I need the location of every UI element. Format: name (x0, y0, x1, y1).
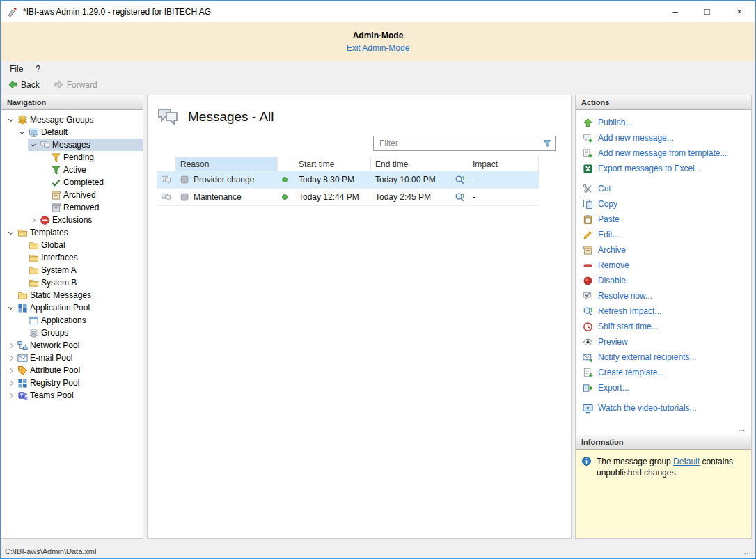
tree-item-message-groups[interactable]: Message Groups (1, 113, 143, 126)
archive-icon (51, 190, 61, 200)
table-header-row: Reason Start time End time Impact (157, 157, 539, 171)
action-label: Remove (598, 260, 629, 270)
action-label: Preview (598, 337, 628, 347)
column-header-start-time[interactable]: Start time (294, 157, 371, 171)
action-notify-external-recipients[interactable]: Notify external recipients... (583, 349, 748, 365)
column-header-impact[interactable]: Impact (468, 157, 539, 171)
action-disable[interactable]: Disable (583, 273, 748, 288)
eye-icon (583, 337, 593, 347)
tree-item-interfaces[interactable]: Interfaces (1, 251, 143, 264)
messages-table: Reason Start time End time Impact Provid… (157, 157, 539, 206)
tree-item-registry-pool[interactable]: Registry Pool (1, 377, 143, 389)
action-watch-the-video-tutorials[interactable]: Watch the video-tutorials... (583, 400, 748, 416)
information-text: The message group Default contains unpub… (597, 456, 746, 478)
message-row-provider-change[interactable]: Provider changeToday 8:30 PMToday 10:00 … (157, 171, 539, 189)
main-area: Navigation Message GroupsDefaultMessages… (1, 93, 755, 544)
tree-item-content: E-mail Pool (6, 352, 143, 364)
tree-item-label: System B (41, 278, 77, 288)
exit-admin-mode-link[interactable]: Exit Admin-Mode (347, 43, 410, 53)
message-row-maintenance[interactable]: MaintenanceToday 12:44 PMToday 2:45 PM- (157, 189, 539, 206)
tree-item-e-mail-pool[interactable]: E-mail Pool (1, 352, 143, 364)
column-header-end-time[interactable]: End time (371, 157, 450, 171)
expander-down-icon[interactable] (6, 119, 15, 121)
status-dot (282, 177, 288, 182)
action-archive[interactable]: Archive (583, 242, 748, 258)
tree-item-content: Message Groups (6, 113, 143, 126)
action-export[interactable]: Export... (583, 380, 748, 395)
action-refresh-impact[interactable]: Refresh Impact... (583, 304, 748, 319)
column-header-reason[interactable]: Reason (176, 157, 278, 171)
tree-item-label: Removed (63, 203, 99, 212)
action-shift-start-time[interactable]: Shift start time... (583, 319, 748, 334)
action-resolve-now[interactable]: Resolve now... (583, 288, 748, 304)
expander-down-icon[interactable] (6, 232, 15, 234)
expander-right-icon[interactable] (6, 381, 15, 385)
tree-item-label: E-mail Pool (30, 353, 72, 363)
tree-item-attribute-pool[interactable]: Attribute Pool (1, 364, 143, 377)
default-group-link[interactable]: Default (673, 457, 700, 466)
tree-item-system-b[interactable]: System B (1, 276, 143, 289)
expander-down-icon[interactable] (29, 144, 38, 146)
action-cut[interactable]: Cut (583, 181, 748, 196)
action-publish[interactable]: Publish... (583, 115, 748, 130)
back-button[interactable]: Back (3, 78, 44, 91)
tree-item-active[interactable]: Active (1, 164, 143, 176)
tree-item-label: Completed (63, 178, 104, 187)
tree-item-exclusions[interactable]: Exclusions (1, 214, 143, 226)
tree-item-label: Registry Pool (30, 378, 79, 388)
tree-item-pending[interactable]: Pending (1, 151, 143, 164)
reason-text: Maintenance (194, 192, 242, 202)
information-body: The message group Default contains unpub… (576, 450, 751, 538)
expander-right-icon[interactable] (29, 219, 38, 222)
tree-item-content: Static Messages (6, 289, 143, 301)
tree-item-network-pool[interactable]: Network Pool (1, 339, 143, 352)
tree-item-groups[interactable]: Groups (1, 326, 143, 339)
action-remove[interactable]: Remove (583, 258, 748, 273)
tree-item-applications[interactable]: Applications (1, 314, 143, 326)
action-edit[interactable]: Edit... (583, 227, 748, 242)
tree-item-system-a[interactable]: System A (1, 264, 143, 276)
expander-down-icon[interactable] (6, 307, 15, 309)
tree-item-default[interactable]: Default (1, 126, 143, 139)
tree-item-content: System B (17, 276, 143, 289)
layers-gray-icon (29, 328, 39, 338)
action-label: Refresh Impact... (598, 306, 661, 316)
tree-item-static-messages[interactable]: Static Messages (1, 289, 143, 301)
tree-item-content: Registry Pool (6, 377, 143, 389)
action-create-template[interactable]: Create template... (583, 365, 748, 380)
tree-item-application-pool[interactable]: Application Pool (1, 301, 143, 314)
tree-item-global[interactable]: Global (1, 239, 143, 251)
action-paste[interactable]: Paste (583, 212, 748, 227)
actions-overflow[interactable]: ... (576, 423, 751, 435)
tree-item-completed[interactable]: Completed (1, 176, 143, 189)
close-button[interactable]: × (723, 1, 755, 22)
tree-item-teams-pool[interactable]: Teams Pool (1, 389, 143, 402)
action-export-messages-to-excel[interactable]: Export messages to Excel... (583, 161, 748, 176)
content-header: Messages - All (148, 95, 571, 132)
admin-mode-title: Admin-Mode (353, 31, 404, 40)
expander-right-icon[interactable] (6, 356, 15, 360)
tree-item-label: Archived (63, 190, 96, 200)
resize-grip[interactable] (743, 546, 753, 556)
minimize-button[interactable]: – (659, 1, 691, 22)
menu-file[interactable]: File (3, 63, 29, 75)
tree-item-archived[interactable]: Archived (1, 189, 143, 201)
tree-item-templates[interactable]: Templates (1, 226, 143, 239)
expander-right-icon[interactable] (6, 344, 15, 347)
menu-help[interactable]: ? (29, 63, 47, 75)
tree-item-removed[interactable]: Removed (1, 201, 143, 214)
filter-icon[interactable] (542, 139, 552, 148)
action-add-new-message-from-template[interactable]: Add new message from template... (583, 145, 748, 161)
expander-right-icon[interactable] (6, 394, 15, 397)
forward-icon (54, 79, 64, 90)
maximize-button[interactable]: □ (691, 1, 723, 22)
layers-icon (17, 115, 28, 125)
tree-item-messages[interactable]: Messages (1, 139, 143, 151)
forward-button[interactable]: Forward (49, 78, 102, 91)
action-copy[interactable]: Copy (583, 196, 748, 212)
expander-right-icon[interactable] (6, 369, 15, 372)
expander-down-icon[interactable] (17, 132, 26, 134)
action-add-new-message[interactable]: Add new message... (583, 130, 748, 145)
action-preview[interactable]: Preview (583, 334, 748, 349)
filter-input[interactable] (374, 139, 542, 148)
